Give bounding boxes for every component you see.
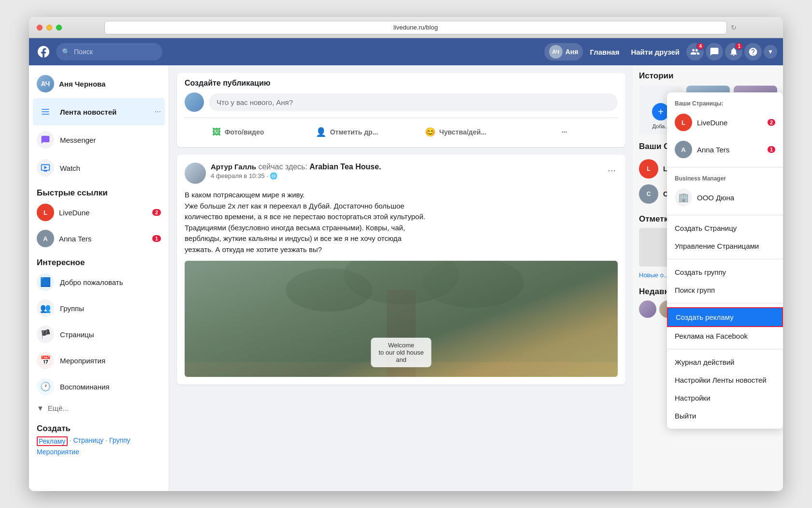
messenger-icon-button[interactable] [706, 43, 723, 60]
dropdown-create-group[interactable]: Создать группу [667, 263, 783, 281]
sidebar-item-watch[interactable]: Watch [33, 154, 165, 181]
create-event-link[interactable]: Мероприятие [37, 448, 79, 456]
dropdown-create-page[interactable]: Создать Страницу [667, 219, 783, 237]
nav-dropdown-button[interactable]: ▼ [764, 45, 777, 59]
events-label: Мероприятия [60, 357, 105, 365]
user-name: Аня [566, 48, 579, 56]
interest-groups[interactable]: 👥 Группы [33, 296, 165, 321]
create-page-link[interactable]: Страницу [73, 436, 103, 446]
maximize-button[interactable] [56, 25, 62, 30]
post-author-info: Артур Галль сейчас здесь: Arabian Tea Ho… [211, 163, 606, 179]
post-text-line-4: Традициями (безусловно иногда весьма стр… [185, 223, 618, 234]
notifications-icon-button[interactable]: 1 [725, 43, 742, 60]
dropdown-find-groups[interactable]: Поиск групп [667, 281, 783, 299]
dropdown-settings[interactable]: Настройки [667, 389, 783, 407]
interest-memories[interactable]: 🕐 Воспоминания [33, 374, 165, 399]
quick-link-anna[interactable]: A Anna Ters 1 [33, 226, 165, 251]
memories-label: Воспоминания [60, 383, 109, 391]
dropdown-manage-pages[interactable]: Управление Страницами [667, 237, 783, 255]
dropdown-logout[interactable]: Выйти [667, 407, 783, 425]
post-more-button[interactable]: ··· [606, 163, 618, 178]
create-group-link[interactable]: Группу [109, 436, 130, 446]
more-link[interactable]: ▼ Ещё... [33, 400, 165, 416]
your-pages-dropdown-label: Ваши Страницы: [667, 96, 783, 109]
groups-icon: 👥 [37, 299, 54, 317]
create-section: Создать Рекламу · Страницу · Группу Меро… [33, 420, 165, 460]
user-menu-button[interactable]: АЧ Аня [544, 43, 583, 60]
activity-log-label: Журнал действий [675, 358, 734, 366]
tag-icon: 👤 [316, 127, 326, 137]
watch-icon [37, 159, 54, 177]
profile-avatar: АЧ [37, 75, 54, 92]
newsfeed-icon [37, 103, 54, 120]
dropdown-anna-avatar: A [675, 141, 692, 158]
welcome-label: Добро пожаловать [60, 278, 123, 286]
dropdown-divider-5 [667, 349, 783, 349]
user-avatar: АЧ [549, 45, 563, 59]
anna-badge: 1 [152, 235, 161, 242]
anna-label: Anna Ters [59, 235, 91, 243]
more-label: Ещё... [48, 404, 69, 412]
minimize-button[interactable] [46, 25, 52, 30]
sidebar-item-newsfeed[interactable]: Лента новостей ··· [33, 98, 165, 125]
bm-label: Business Manager [667, 171, 783, 184]
create-group-label: Создать группу [675, 268, 726, 276]
post-text-line-1: В каком потрясающем мире я живу. [185, 190, 618, 201]
close-button[interactable] [37, 25, 43, 30]
addressbar: livedune.ru/blog ↻ [104, 21, 737, 34]
watch-label: Watch [60, 164, 80, 172]
notifications-badge: 1 [735, 42, 743, 50]
post-author-avatar [185, 163, 206, 184]
photo-action-button[interactable]: 🖼 Фото/видео [185, 123, 291, 141]
dropdown-livedune-badge: 2 [768, 119, 775, 126]
dropdown-divider-2 [667, 215, 783, 215]
post-text-line-6: уезжать. А откуда не хотите уезжать вы? [185, 244, 618, 255]
dropdown-newsfeed-settings[interactable]: Настройки Ленты новостей [667, 371, 783, 389]
dropdown-create-ad[interactable]: Создать рекламу [667, 307, 783, 327]
facebook-app: 🔍 АЧ Аня Главная Найти друзей 4 [29, 38, 783, 491]
livedune-label: LiveDune [59, 209, 89, 217]
dropdown-anna[interactable]: A Anna Ters 1 [667, 136, 783, 163]
newsfeed-more-icon[interactable]: ··· [155, 107, 161, 116]
find-friends-button[interactable]: Найти друзей [626, 44, 684, 60]
create-ad-link[interactable]: Рекламу [37, 436, 68, 446]
sidebar-profile[interactable]: АЧ Аня Чернова [33, 71, 165, 96]
create-title: Создать [37, 424, 161, 433]
sidebar-item-messenger[interactable]: Messenger [33, 126, 165, 153]
search-bar[interactable]: 🔍 [56, 43, 162, 60]
photo-label: Фото/видео [225, 128, 264, 136]
reload-icon[interactable]: ↻ [731, 24, 737, 31]
post-location[interactable]: Arabian Tea House. [309, 163, 381, 171]
quick-link-livedune[interactable]: L LiveDune 2 [33, 200, 165, 225]
events-icon: 📅 [37, 352, 54, 369]
newsfeed-settings-label: Настройки Ленты новостей [675, 376, 767, 384]
url-input[interactable]: livedune.ru/blog [104, 21, 727, 34]
center-feed: Создайте публикацию Что у вас нового, Ан… [169, 65, 633, 491]
create-post-input[interactable]: Что у вас нового, Аня? [209, 93, 618, 111]
post-author-name: Артур Галль сейчас здесь: Arabian Tea Ho… [211, 163, 606, 171]
dropdown-livedune[interactable]: L LiveDune 2 [667, 109, 783, 136]
dropdown-fb-ads[interactable]: Реклама на Facebook [667, 327, 783, 345]
interest-events[interactable]: 📅 Мероприятия [33, 348, 165, 373]
settings-label: Настройки [675, 394, 710, 402]
friends-icon-button[interactable]: 4 [686, 43, 704, 60]
welcome-icon: 🟦 [37, 273, 54, 291]
interest-welcome[interactable]: 🟦 Добро пожаловать [33, 269, 165, 295]
search-input[interactable] [74, 48, 157, 56]
more-action-button[interactable]: ··· [511, 123, 618, 141]
post-text-line-3: количество времени, а я все не перестаю … [185, 211, 618, 223]
feeling-action-button[interactable]: 😊 Чувства/дей... [402, 123, 509, 141]
svg-point-2 [286, 268, 372, 312]
tag-action-button[interactable]: 👤 Отметить др... [293, 123, 400, 141]
post-text-line-5: верблюды, жуткие кальяны и индусы) и все… [185, 233, 618, 244]
dropdown-ooo-duna[interactable]: 🏢 ООО Дюна [667, 184, 783, 211]
dropdown-activity-log[interactable]: Журнал действий [667, 353, 783, 371]
author-name: Артур Галль [211, 163, 256, 171]
new-stories-link[interactable]: Новые о... [639, 271, 669, 279]
main-nav-button[interactable]: Главная [585, 44, 624, 60]
help-icon-button[interactable] [744, 43, 762, 60]
messenger-label: Messenger [60, 136, 96, 144]
interest-pages[interactable]: 🏴 Страницы [33, 322, 165, 347]
more-icon: ▼ [37, 404, 44, 412]
dropdown-menu: Ваши Страницы: L LiveDune 2 A Anna Ters … [667, 92, 783, 429]
